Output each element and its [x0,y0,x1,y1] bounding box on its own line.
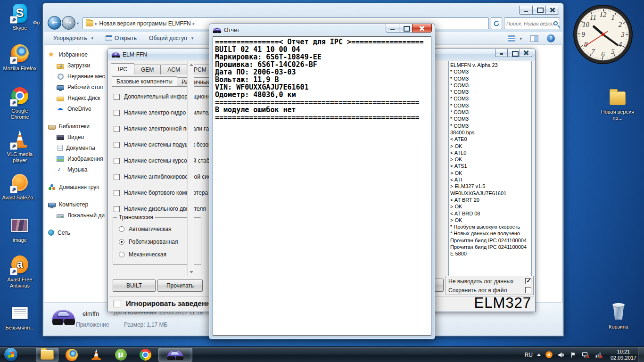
ignore-label: Игнорировать заведенн [126,299,210,307]
radio-button[interactable] [119,226,124,232]
close-button[interactable] [545,6,559,15]
desktop-icon-image [9,173,31,193]
sidebar-item[interactable]: Домашняя груп [47,181,108,192]
svg-text:12: 12 [600,11,607,18]
minimize-button[interactable] [495,49,508,57]
sidebar-item[interactable]: Избранное [47,49,108,60]
option-checkbox[interactable] [114,142,120,148]
sidebar-item[interactable]: Библиотеки [47,121,108,132]
share-button[interactable]: Общий доступ [149,35,193,41]
log-scrollbar[interactable] [187,61,194,276]
desktop-icon[interactable]: Google Chrome [2,86,38,120]
log-option-checkbox[interactable] [525,287,531,293]
back-button[interactable]: ← [48,16,61,30]
log-listbox[interactable]: ELMFFN v. Alpha 23* COM3* COM3* COM3* CO… [448,61,532,276]
sidebar-item[interactable]: Яндекс.Диск [47,92,108,103]
sidebar-item-icon [57,135,64,140]
module-tab[interactable]: GEM [134,65,161,74]
action-center-flag-icon[interactable] [570,351,577,359]
built-button[interactable]: BUILT [113,280,156,292]
maximize-button[interactable] [507,49,520,57]
help-button[interactable] [547,34,555,42]
refresh-button[interactable] [491,17,502,29]
desktop-icon[interactable]: Avast SafeZo... [2,173,38,201]
desktop-icon[interactable]: Mozilla Firefox [2,43,38,72]
network-disconnected-icon[interactable] [581,351,590,359]
sidebar-item-icon [48,125,56,130]
show-hidden-icons-button[interactable] [537,354,541,356]
sidebar-item[interactable]: Сеть [47,227,108,238]
car-app-icon [112,52,120,57]
change-view-button[interactable] [508,35,522,41]
option-checkbox[interactable] [114,110,120,116]
desktop-icon[interactable]: Новая версия пр... [600,87,636,121]
report-text-area[interactable]: ===============< Отчет для IPC >========… [213,36,431,336]
open-button[interactable]: Открыть [106,35,137,41]
ignore-checkbox[interactable] [114,300,121,307]
desktop-icon[interactable]: Корзина [601,302,636,330]
desktop-icon[interactable]: Avast Free Antivirus [2,255,38,289]
option-checkbox[interactable] [114,94,120,100]
sidebar-item[interactable]: Рабочий стол [47,82,108,92]
module-tab[interactable]: IPC [111,63,134,74]
option-checkbox[interactable] [114,190,120,196]
taskbar-vlc-button[interactable] [85,348,107,362]
desktop-icon[interactable]: VLC media player [2,129,38,164]
sidebar-item[interactable]: Музыка [47,164,108,175]
sidebar-item[interactable]: Изображения [47,153,108,164]
search-box[interactable] [504,17,560,29]
sidebar-item[interactable]: Видео [47,132,108,142]
sidebar-item[interactable]: Компьютер [47,199,108,210]
option-checkbox[interactable] [114,126,120,132]
recent-pages-dropdown[interactable]: ▾ [77,21,79,25]
sidebar-item-icon [48,230,54,236]
report-titlebar[interactable]: Отчет [209,24,435,36]
minimize-button[interactable] [386,24,399,33]
close-button[interactable] [412,24,432,33]
sidebar-item-icon [57,73,64,80]
log-option-row: Не выводить лог данных [446,277,533,286]
read-button[interactable]: Прочитать [157,280,203,292]
taskbar-chrome-button[interactable] [134,348,157,362]
desktop-icon[interactable]: Skype [2,3,38,31]
section-tab[interactable]: Базовые компоненты [112,76,177,87]
sidebar-item[interactable]: OneDrive [47,103,108,114]
option-checkbox[interactable] [114,206,120,212]
volume-icon[interactable] [557,351,565,359]
sidebar-item[interactable]: Недавние мес [47,71,108,82]
option-checkbox[interactable] [114,158,120,164]
taskbar-explorer-button[interactable] [36,348,58,362]
radio-button[interactable] [119,239,124,245]
taskbar-firefox-button[interactable] [60,348,83,362]
maximize-button[interactable] [532,6,546,15]
close-button[interactable] [520,49,532,57]
desktop-icon[interactable]: Безымянн... [2,303,38,331]
sidebar-item[interactable]: Загрузки [47,60,108,71]
log-option-checkbox[interactable] [525,278,531,284]
sidebar-item[interactable]: Документы [47,142,108,153]
breadcrumb[interactable]: Новая версия программы ELMFFN [99,20,191,27]
forward-button[interactable]: → [62,16,75,30]
search-icon[interactable] [553,21,558,25]
organize-button[interactable]: Упорядочить [53,35,93,41]
views-icon [508,35,515,41]
module-tab[interactable]: ACM [160,65,187,74]
avast-tray-icon[interactable] [545,351,553,359]
radio-button[interactable] [119,252,124,257]
clock-gadget[interactable]: 1212 345 678 91011 [571,3,635,68]
minimize-button[interactable] [519,6,533,15]
maximize-button[interactable] [399,24,413,33]
sidebar-item[interactable]: Локальный ди [47,210,108,221]
option-checkbox[interactable] [114,174,120,180]
wireless-disconnected-icon[interactable] [594,351,603,359]
language-indicator[interactable]: RU [525,352,533,358]
taskbar-elmffn-button[interactable] [158,348,192,362]
start-button[interactable] [4,347,18,362]
tray-clock[interactable]: 10:21 02.09.2017 [608,349,636,361]
explorer-search-input[interactable] [506,21,553,26]
taskbar-utorrent-button[interactable] [109,348,132,362]
preview-pane-button[interactable] [530,35,538,42]
desktop-icon[interactable]: image [2,215,38,243]
show-desktop-button[interactable] [638,347,644,362]
option-label: Наличие электро-гидро усилителя [124,109,215,116]
